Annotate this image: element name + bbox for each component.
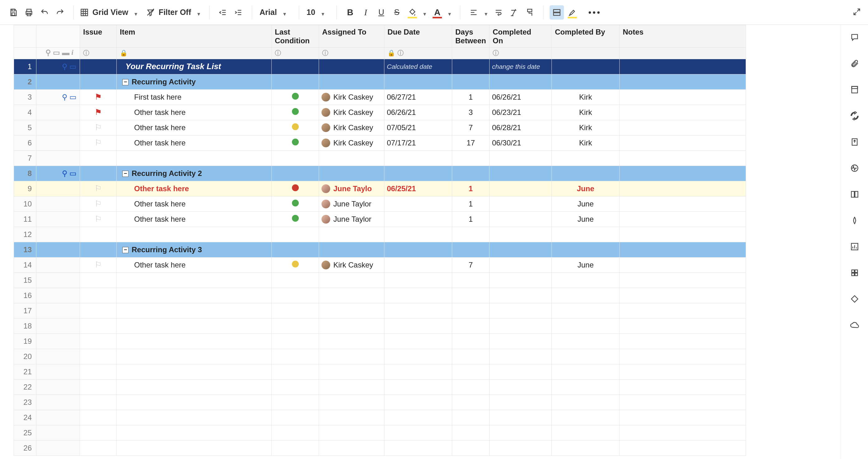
expand-icon[interactable] (850, 6, 863, 18)
collapse-icon[interactable]: − (122, 79, 128, 85)
col-last-condition[interactable]: LastCondition (272, 25, 319, 48)
view-selector[interactable]: Grid View (80, 8, 140, 17)
data-row[interactable]: 9 ⚐ Other task here June Taylo 06/25/21 … (14, 181, 746, 196)
data-row[interactable]: 10 ⚐ Other task here June Taylor 1 June (14, 196, 746, 211)
status-dot[interactable] (292, 93, 299, 99)
cloud-icon[interactable] (848, 319, 861, 331)
status-dot[interactable] (292, 184, 299, 191)
flag-icon[interactable]: ⚐ (95, 123, 102, 132)
empty-row[interactable]: 24 (14, 410, 746, 425)
publish-icon[interactable] (848, 136, 861, 148)
indicator-header (36, 25, 80, 48)
font-family-selector[interactable]: Arial (258, 8, 292, 17)
diamond-icon[interactable] (848, 293, 861, 305)
flag-icon[interactable]: ⚐ (95, 184, 102, 193)
col-days-between[interactable]: DaysBetween (452, 25, 490, 48)
update-requests-icon[interactable] (848, 110, 861, 122)
status-dot[interactable] (292, 200, 299, 206)
filter-selector[interactable]: Filter Off (146, 8, 203, 17)
highlight-button[interactable] (565, 5, 580, 20)
print-button[interactable] (22, 5, 36, 20)
info-icon: ⓘ (275, 50, 281, 56)
col-due-date[interactable]: Due Date (384, 25, 452, 48)
group-row[interactable]: 13 −Recurring Activity 3 (14, 242, 746, 257)
status-dot[interactable] (292, 108, 299, 115)
empty-row[interactable]: 17 (14, 303, 746, 318)
more-button[interactable]: ••• (588, 5, 602, 20)
resource-icon[interactable] (848, 266, 861, 279)
empty-row[interactable]: 18 (14, 318, 746, 334)
indent-button[interactable] (231, 5, 246, 20)
status-dot[interactable] (292, 261, 299, 267)
outdent-button[interactable] (216, 5, 230, 20)
strikethrough-button[interactable]: S (390, 5, 404, 20)
empty-row[interactable]: 20 (14, 349, 746, 364)
summary-icon[interactable] (848, 188, 861, 201)
collapse-icon[interactable]: − (122, 171, 128, 177)
lock-icon: 🔒 (120, 50, 128, 56)
attachments-panel-icon[interactable] (848, 57, 861, 70)
col-notes[interactable]: Notes (620, 25, 746, 48)
wrap-button[interactable] (491, 5, 506, 20)
grid[interactable]: Issue Item LastCondition Assigned To Due… (14, 25, 746, 456)
empty-row[interactable]: 7 (14, 150, 746, 166)
empty-row[interactable]: 22 (14, 379, 746, 395)
data-row[interactable]: 4 ⚑ Other task here Kirk Caskey 06/26/21… (14, 105, 746, 120)
svg-rect-37 (851, 273, 854, 276)
clear-format-button[interactable] (507, 5, 521, 20)
data-row[interactable]: 11 ⚐ Other task here June Taylor 1 June (14, 211, 746, 227)
empty-row[interactable]: 25 (14, 425, 746, 440)
empty-row[interactable]: 15 (14, 272, 746, 288)
data-row[interactable]: 5 ⚐ Other task here Kirk Caskey 07/05/21… (14, 120, 746, 135)
col-assigned-to[interactable]: Assigned To (319, 25, 384, 48)
chevron-down-icon[interactable] (448, 10, 454, 14)
format-painter-button[interactable] (523, 5, 537, 20)
empty-row[interactable]: 21 (14, 364, 746, 379)
status-dot[interactable] (292, 139, 299, 145)
flag-icon[interactable]: ⚐ (95, 199, 102, 208)
group-row[interactable]: 8 ⚲▭ −Recurring Activity 2 (14, 166, 746, 181)
chevron-down-icon[interactable] (485, 10, 490, 14)
status-dot[interactable] (292, 123, 299, 130)
col-completed-by[interactable]: Completed By (552, 25, 620, 48)
chart-icon[interactable] (848, 240, 861, 253)
svg-rect-38 (855, 273, 858, 276)
empty-row[interactable]: 16 (14, 288, 746, 303)
col-completed-on[interactable]: CompletedOn (490, 25, 552, 48)
flag-icon[interactable]: ⚐ (95, 138, 102, 147)
empty-row[interactable]: 26 (14, 440, 746, 456)
proofs-panel-icon[interactable] (848, 83, 861, 96)
flag-icon[interactable]: ⚐ (95, 260, 102, 269)
status-dot[interactable] (292, 215, 299, 222)
undo-button[interactable] (37, 5, 52, 20)
empty-row[interactable]: 19 (14, 334, 746, 349)
title-row[interactable]: 1 ⚲▭ Your Recurring Task List Calculated… (14, 59, 746, 74)
col-issue[interactable]: Issue (80, 25, 117, 48)
flag-icon[interactable]: ⚐ (95, 214, 102, 224)
data-row[interactable]: 14 ⚐ Other task here Kirk Caskey 7 June (14, 257, 746, 272)
font-size-selector[interactable]: 10 (305, 8, 330, 17)
col-item[interactable]: Item (117, 25, 272, 48)
bold-button[interactable]: B (343, 5, 357, 20)
avatar (321, 108, 330, 117)
flag-icon[interactable]: ⚑ (95, 108, 102, 117)
underline-button[interactable]: U (374, 5, 389, 20)
collapse-icon[interactable]: − (122, 247, 128, 253)
redo-button[interactable] (53, 5, 67, 20)
data-row[interactable]: 6 ⚐ Other task here Kirk Caskey 07/17/21… (14, 135, 746, 150)
conditional-format-button[interactable] (550, 5, 564, 20)
italic-button[interactable]: I (359, 5, 373, 20)
fill-color-button[interactable] (405, 5, 420, 20)
empty-row[interactable]: 12 (14, 227, 746, 242)
activity-log-icon[interactable] (848, 162, 861, 174)
data-row[interactable]: 3 ⚲▭ ⚑ First task here Kirk Caskey 06/27… (14, 89, 746, 105)
flag-icon[interactable]: ⚑ (95, 92, 102, 102)
save-button[interactable] (6, 5, 21, 20)
group-row[interactable]: 2 −Recurring Activity (14, 74, 746, 89)
comments-panel-icon[interactable] (848, 31, 861, 44)
align-button[interactable] (467, 5, 481, 20)
empty-row[interactable]: 23 (14, 395, 746, 410)
chevron-down-icon[interactable] (423, 10, 429, 14)
text-color-button[interactable]: A (430, 5, 444, 20)
brandfolder-icon[interactable] (848, 214, 861, 227)
